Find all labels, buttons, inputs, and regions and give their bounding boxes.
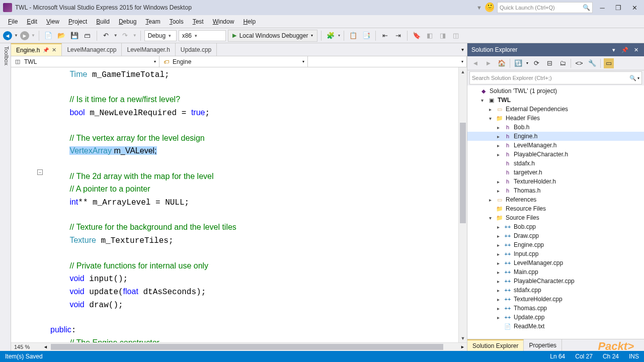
expand-icon[interactable]: ▸ bbox=[495, 269, 502, 275]
tb-icon-5[interactable]: ◨ bbox=[437, 30, 448, 41]
save-button[interactable]: 💾 bbox=[69, 30, 80, 41]
scope-dropdown[interactable]: ◫ TWL ▾ bbox=[11, 56, 159, 67]
fold-toggle[interactable]: − bbox=[37, 169, 43, 175]
tree-item[interactable]: ▾▣TWL bbox=[467, 96, 644, 105]
expand-icon[interactable]: ▸ bbox=[495, 297, 502, 302]
panel-tab-solution-explorer[interactable]: Solution Explorer bbox=[467, 339, 524, 351]
menu-file[interactable]: File bbox=[4, 17, 22, 27]
expand-icon[interactable]: ▸ bbox=[495, 143, 502, 148]
menu-debug[interactable]: Debug bbox=[115, 17, 140, 27]
expand-icon[interactable]: ▸ bbox=[495, 188, 502, 194]
tree-item[interactable]: ▸++Draw.cpp bbox=[467, 231, 644, 240]
expand-icon[interactable]: ▸ bbox=[495, 260, 502, 266]
expand-icon[interactable]: ▸ bbox=[495, 125, 502, 130]
expand-icon[interactable]: ▸ bbox=[495, 251, 502, 257]
menu-help[interactable]: Help bbox=[239, 17, 260, 27]
open-file-button[interactable]: 📂 bbox=[56, 30, 67, 41]
tree-item[interactable]: ▸++Engine.cpp bbox=[467, 240, 644, 249]
properties-icon[interactable]: 🔧 bbox=[587, 58, 597, 68]
tree-item[interactable]: ▸hLevelManager.h bbox=[467, 141, 644, 150]
tree-item[interactable]: ▸++Update.cpp bbox=[467, 313, 644, 322]
tree-item[interactable]: ▸hTextureHolder.h bbox=[467, 177, 644, 186]
expand-icon[interactable]: ▸ bbox=[495, 306, 502, 311]
expand-icon[interactable]: ▾ bbox=[487, 116, 494, 121]
tree-item[interactable]: ◆Solution 'TWL' (1 project) bbox=[467, 86, 644, 96]
tree-item[interactable]: ▸++Input.cpp bbox=[467, 249, 644, 258]
tree-item[interactable]: ▸++TextureHolder.cpp bbox=[467, 295, 644, 304]
se-back-button[interactable]: ◄ bbox=[470, 58, 480, 68]
tree-item[interactable]: ▸++PlayableCharacter.cpp bbox=[467, 277, 644, 286]
se-forward-button[interactable]: ► bbox=[484, 58, 494, 68]
redo-button[interactable]: ↷ bbox=[120, 30, 131, 41]
minimize-button[interactable]: ─ bbox=[596, 2, 609, 13]
undo-button[interactable]: ↶ bbox=[101, 30, 112, 41]
tree-item[interactable]: ▸▭External Dependencies bbox=[467, 105, 644, 114]
tree-item[interactable]: hstdafx.h bbox=[467, 159, 644, 168]
tree-item[interactable]: ▸▭References bbox=[467, 195, 644, 204]
expand-icon[interactable]: ▾ bbox=[487, 215, 494, 221]
new-project-button[interactable]: 📄 bbox=[43, 30, 54, 41]
bookmark-button[interactable]: 🔖 bbox=[411, 30, 422, 41]
expand-icon[interactable]: ▸ bbox=[495, 233, 502, 239]
scroll-up-icon[interactable]: ▲ bbox=[459, 67, 467, 76]
tab-engine-h[interactable]: Engine.h📌✕ bbox=[11, 43, 62, 56]
tab-levelmanager-h[interactable]: LevelManager.h bbox=[122, 43, 175, 56]
menu-view[interactable]: View bbox=[42, 17, 63, 27]
tb-icon-2[interactable]: 📋 bbox=[348, 30, 359, 41]
menu-window[interactable]: Window bbox=[209, 17, 238, 27]
toolbox-sidebar[interactable]: Toolbox bbox=[0, 43, 11, 351]
tree-item[interactable]: ▸++Main.cpp bbox=[467, 267, 644, 277]
tree-item[interactable]: ▸++Thomas.cpp bbox=[467, 304, 644, 313]
solution-explorer-search[interactable]: Search Solution Explorer (Ctrl+;) 🔍 ▾ bbox=[469, 71, 642, 84]
platform-dropdown[interactable]: x86▾ bbox=[179, 30, 226, 41]
notification-chevron-icon[interactable]: ▼ bbox=[476, 5, 482, 11]
tab-update-cpp[interactable]: Update.cpp bbox=[176, 43, 217, 56]
expand-icon[interactable]: ▸ bbox=[487, 197, 494, 203]
tree-item[interactable]: 📄ReadMe.txt bbox=[467, 322, 644, 331]
code-editor[interactable]: − Time m_GameTimeTotal; // Is it time fo… bbox=[11, 67, 467, 351]
expand-icon[interactable]: ▸ bbox=[487, 107, 494, 112]
start-debug-button[interactable]: ▶ Local Windows Debugger ▾ bbox=[228, 30, 318, 42]
expand-icon[interactable]: ▾ bbox=[478, 98, 486, 103]
tree-item[interactable]: ▸hBob.h bbox=[467, 123, 644, 132]
tab-levelmanager-cpp[interactable]: LevelManager.cpp bbox=[62, 43, 122, 56]
restore-button[interactable]: ❐ bbox=[612, 2, 625, 13]
close-icon[interactable]: ✕ bbox=[632, 46, 640, 54]
menu-edit[interactable]: Edit bbox=[23, 17, 41, 27]
tree-item[interactable]: ▸++Bob.cpp bbox=[467, 222, 644, 231]
se-icon-1[interactable]: 🔃 bbox=[513, 58, 523, 68]
tb-icon-6[interactable]: ◫ bbox=[450, 30, 461, 41]
tb-icon-1[interactable]: 🧩 bbox=[325, 30, 336, 41]
expand-icon[interactable]: ▸ bbox=[495, 279, 502, 284]
outdent-button[interactable]: ⇤ bbox=[379, 30, 390, 41]
expand-icon[interactable]: ▸ bbox=[495, 134, 502, 139]
expand-icon[interactable]: ▸ bbox=[495, 224, 502, 230]
menu-build[interactable]: Build bbox=[92, 17, 114, 27]
menu-tools[interactable]: Tools bbox=[166, 17, 188, 27]
tree-item[interactable]: htargetver.h bbox=[467, 168, 644, 177]
refresh-icon[interactable]: ⟳ bbox=[531, 58, 541, 68]
scroll-thumb-h[interactable] bbox=[51, 344, 443, 350]
tree-item[interactable]: ▾📁Header Files bbox=[467, 114, 644, 123]
expand-icon[interactable]: ▸ bbox=[495, 152, 502, 157]
class-dropdown[interactable]: 🏷 Engine ▾ bbox=[159, 56, 308, 67]
indent-button[interactable]: ⇥ bbox=[392, 30, 404, 41]
scroll-thumb-v[interactable] bbox=[460, 123, 466, 223]
pin-icon[interactable]: 📌 bbox=[621, 46, 629, 54]
home-icon[interactable]: 🏠 bbox=[497, 58, 507, 68]
tree-item[interactable]: ▸++LevelManager.cpp bbox=[467, 258, 644, 267]
menu-project[interactable]: Project bbox=[64, 17, 91, 27]
quick-launch-input[interactable]: Quick Launch (Ctrl+Q) 🔍 bbox=[497, 2, 593, 13]
scrollbar-horizontal[interactable]: 145 % ◄ ► bbox=[11, 342, 467, 351]
scroll-down-icon[interactable]: ▼ bbox=[459, 334, 467, 342]
tree-item[interactable]: ▸hEngine.h bbox=[467, 132, 644, 141]
expand-icon[interactable]: ▸ bbox=[495, 315, 502, 320]
solution-explorer-header[interactable]: Solution Explorer ▾ 📌 ✕ bbox=[467, 43, 644, 56]
panel-tab-properties[interactable]: Properties bbox=[524, 339, 562, 351]
save-all-button[interactable]: 🗃 bbox=[82, 30, 93, 41]
expand-icon[interactable]: ▸ bbox=[495, 288, 502, 293]
expand-icon[interactable]: ▸ bbox=[495, 179, 502, 185]
expand-icon[interactable]: ▸ bbox=[495, 242, 502, 248]
nav-back-button[interactable]: ◄ bbox=[3, 31, 12, 40]
tree-item[interactable]: 📁Resource Files bbox=[467, 204, 644, 213]
